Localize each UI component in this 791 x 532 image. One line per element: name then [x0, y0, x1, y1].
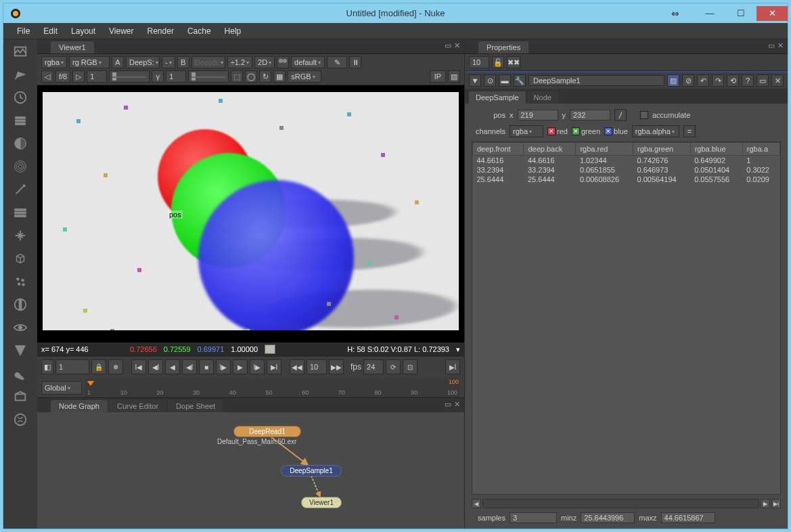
current-frame-input[interactable]: [55, 359, 89, 374]
alpha-channel-select[interactable]: rgba.alpha: [632, 125, 679, 137]
channel-select-1[interactable]: rgba: [41, 56, 67, 68]
props-lock-icon[interactable]: 🔓: [492, 56, 504, 68]
tab-dope-sheet[interactable]: Dope Sheet: [168, 400, 223, 412]
redo-icon[interactable]: ↷: [712, 74, 724, 87]
table-scrollbar[interactable]: ◀ ▶ ▶I: [472, 499, 781, 508]
toolsets-node-icon[interactable]: [12, 365, 28, 382]
pos-y-input[interactable]: [570, 110, 610, 120]
table-header[interactable]: rgba.blue: [690, 143, 742, 156]
minimize-button[interactable]: —: [694, 6, 725, 21]
tab-curve-editor[interactable]: Curve Editor: [109, 400, 166, 412]
layer-select[interactable]: rg RGB: [69, 56, 110, 68]
clip-next-icon[interactable]: ▷: [72, 70, 85, 83]
snowflake-icon[interactable]: ❄: [108, 359, 123, 374]
table-header[interactable]: rgba.green: [633, 143, 691, 156]
stop-icon[interactable]: ■: [199, 359, 214, 374]
samples-input[interactable]: [510, 512, 557, 523]
next-key-icon[interactable]: I▶: [250, 359, 265, 374]
menu-layout[interactable]: Layout: [64, 24, 102, 38]
node-swatch[interactable]: ▨: [667, 74, 679, 87]
pause-icon[interactable]: ⏸: [349, 56, 361, 68]
samples-table[interactable]: deep.frontdeep.backrgba.redrgba.greenrgb…: [472, 141, 781, 495]
pane-close-icon[interactable]: ✕: [454, 400, 460, 409]
anim-curve-icon[interactable]: 〳: [614, 109, 627, 121]
pane-float-icon[interactable]: ▭: [445, 41, 451, 50]
scroll-end-icon[interactable]: ▶I: [771, 499, 781, 508]
table-row[interactable]: 25.644425.64440.006088260.005641940.0557…: [473, 175, 780, 184]
other-node-icon[interactable]: [12, 389, 28, 405]
lock-icon[interactable]: 🔒: [91, 359, 106, 374]
keyer-node-icon[interactable]: [12, 181, 28, 198]
props-max-panels-input[interactable]: [469, 56, 489, 68]
dimension-select[interactable]: 2D: [254, 56, 275, 68]
timeline-mode-select[interactable]: Global: [41, 381, 82, 395]
go-start-icon[interactable]: I◀: [131, 359, 146, 374]
tab-properties[interactable]: Properties: [478, 41, 528, 53]
menu-help[interactable]: Help: [218, 24, 248, 38]
red-checkbox[interactable]: ✕: [547, 127, 556, 135]
node-viewer[interactable]: Viewer1: [301, 497, 342, 508]
skip-fwd-icon[interactable]: ▶▶: [329, 359, 344, 374]
prev-key-icon[interactable]: ◀I: [148, 359, 163, 374]
refresh-icon[interactable]: ↻: [259, 70, 271, 83]
menu-viewer[interactable]: Viewer: [102, 24, 140, 38]
stereo-icon[interactable]: [277, 56, 289, 68]
scroll-right-icon[interactable]: ▶: [761, 499, 770, 508]
skip-frames-input[interactable]: [307, 359, 327, 374]
float-panel-icon[interactable]: ▭: [756, 74, 769, 87]
wrench-icon[interactable]: 🔧: [514, 74, 526, 87]
filter-node-icon[interactable]: [12, 158, 28, 175]
viewport[interactable]: pos: [37, 85, 464, 342]
metadata-node-icon[interactable]: [12, 342, 28, 359]
pane-close-icon[interactable]: ✕: [454, 41, 460, 50]
fps-input[interactable]: [363, 359, 384, 374]
views-node-icon[interactable]: [12, 319, 28, 336]
green-checkbox[interactable]: ✕: [572, 127, 580, 135]
node-name-field[interactable]: DeepSample1: [528, 75, 664, 86]
menu-file[interactable]: File: [10, 24, 37, 38]
table-header[interactable]: deep.back: [524, 143, 576, 156]
help-icon[interactable]: ?: [742, 74, 754, 87]
deep-node-icon[interactable]: [12, 296, 28, 313]
restore-arrows-icon[interactable]: ⇔: [671, 8, 679, 19]
skip-back-icon[interactable]: ◀◀: [290, 359, 304, 374]
script-button[interactable]: ✎: [327, 56, 347, 68]
revert-icon[interactable]: ⟲: [727, 74, 739, 87]
blue-checkbox[interactable]: ✕: [604, 127, 612, 135]
fstop-select[interactable]: f/8: [55, 70, 70, 83]
node-deepread[interactable]: DeepRead1: [233, 426, 301, 437]
pane-float-icon[interactable]: ▭: [445, 400, 451, 409]
pos-x-input[interactable]: [518, 110, 558, 120]
input-a-select[interactable]: DeepS:: [126, 56, 160, 68]
color-node-icon[interactable]: [12, 135, 28, 152]
wipe-select[interactable]: -: [162, 56, 175, 68]
merge-node-icon[interactable]: [12, 204, 28, 221]
playhead-lock-icon[interactable]: ◧: [41, 359, 53, 374]
viewer-tab[interactable]: Viewer1: [51, 41, 94, 53]
close-button[interactable]: ✕: [756, 6, 788, 21]
proxy-icon[interactable]: ▦: [273, 70, 286, 83]
particles-node-icon[interactable]: [12, 273, 28, 290]
bounce-icon[interactable]: ⊡: [403, 359, 417, 374]
minz-input[interactable]: [581, 512, 635, 523]
channels-eq-button[interactable]: =: [683, 125, 696, 137]
node-graph[interactable]: DeepRead1 Default_Pass_Main.50.exr DeepS…: [37, 412, 464, 529]
step-fwd-icon[interactable]: I▶: [216, 359, 231, 374]
maxz-input[interactable]: [661, 512, 715, 523]
play-back-icon[interactable]: ◀: [165, 359, 180, 374]
loop-icon[interactable]: ⟳: [386, 359, 401, 374]
tab-node-graph[interactable]: Node Graph: [51, 400, 108, 412]
tab-node[interactable]: Node: [527, 91, 558, 104]
disable-icon[interactable]: ⊘: [682, 74, 694, 87]
collapse-icon[interactable]: ▼: [469, 74, 481, 87]
draw-node-icon[interactable]: [12, 66, 28, 83]
scroll-left-icon[interactable]: ◀: [472, 499, 481, 508]
exposure-input[interactable]: [87, 70, 107, 83]
roi-icon[interactable]: ◯: [245, 70, 257, 83]
ip-button[interactable]: IP: [430, 70, 446, 83]
table-row[interactable]: 33.239433.23940.06518550.6469730.0501404…: [473, 165, 780, 175]
preset-select[interactable]: default: [291, 56, 325, 68]
zebra-icon[interactable]: ⬚: [231, 70, 243, 83]
accumulate-checkbox[interactable]: [640, 111, 648, 119]
center-node-icon[interactable]: ⊙: [484, 74, 496, 87]
